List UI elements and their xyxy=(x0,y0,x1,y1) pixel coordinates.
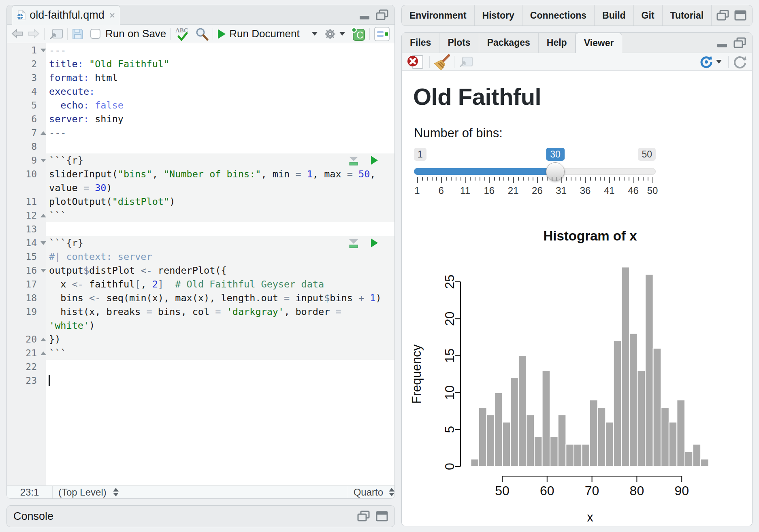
fold-down-icon[interactable] xyxy=(40,43,46,57)
tab-history[interactable]: History xyxy=(475,5,522,26)
code-row[interactable]: 14```{r} xyxy=(7,236,394,250)
code-row[interactable]: 7--- xyxy=(7,126,394,140)
code-row[interactable]: 4execute: xyxy=(7,85,394,98)
restore-pane-icon[interactable] xyxy=(716,10,729,21)
tab-old-faithful[interactable]: old-faithful.qmd xyxy=(12,5,120,25)
viewer-new-window-icon[interactable] xyxy=(458,55,473,68)
code-row[interactable]: 13 xyxy=(7,222,394,236)
stop-viewer-icon[interactable] xyxy=(407,54,425,70)
tab-viewer[interactable]: Viewer xyxy=(576,33,623,53)
run-document-icon[interactable] xyxy=(217,29,226,39)
histogram-bar xyxy=(558,415,566,466)
fold-up-icon[interactable] xyxy=(40,346,46,360)
save-icon[interactable] xyxy=(72,28,84,40)
histogram-bar xyxy=(566,444,574,466)
fold-up-icon[interactable] xyxy=(40,209,46,222)
code-row[interactable]: 8 xyxy=(7,140,394,153)
fold-up-icon[interactable] xyxy=(40,126,46,140)
forward-icon[interactable] xyxy=(27,28,40,40)
tab-environment[interactable]: Environment xyxy=(402,5,475,26)
open-in-new-window-icon[interactable] xyxy=(49,28,63,40)
minimize-pane-icon[interactable] xyxy=(716,38,729,48)
code-row[interactable]: 21``` xyxy=(7,346,394,360)
code-row[interactable]: 9```{r} xyxy=(7,153,394,167)
bins-slider[interactable]: 1 50 30 16111621263136414650 xyxy=(414,146,656,199)
restore-pane-icon[interactable] xyxy=(357,511,370,522)
code-row[interactable]: 6server: shiny xyxy=(7,112,394,126)
close-icon[interactable] xyxy=(109,11,115,19)
line-number: 8 xyxy=(7,140,37,153)
code-row[interactable]: 18 bins <- seq(min(x), max(x), length.ou… xyxy=(7,291,394,305)
scope-selector[interactable]: (Top Level) xyxy=(58,487,107,498)
code-row[interactable]: 19 hist(x, breaks = bins, col = 'darkgra… xyxy=(7,305,394,319)
document-outline-icon[interactable] xyxy=(374,26,390,42)
maximize-pane-icon[interactable] xyxy=(376,9,389,21)
code-row[interactable]: 15#| context: server xyxy=(7,250,394,264)
tab-files[interactable]: Files xyxy=(402,33,439,53)
maximize-pane-icon[interactable] xyxy=(733,37,746,49)
run-chunk-icon[interactable] xyxy=(370,238,378,248)
code-row[interactable]: 2title: "Old Faithful" xyxy=(7,57,394,71)
code-row[interactable]: 5 echo: false xyxy=(7,98,394,112)
tab-packages[interactable]: Packages xyxy=(479,33,539,53)
find-icon[interactable] xyxy=(195,27,209,41)
tab-help[interactable]: Help xyxy=(539,33,576,53)
code-row[interactable]: 20}) xyxy=(7,332,394,346)
plot-ylabel: Frequency xyxy=(409,344,424,404)
histogram-bar xyxy=(487,415,495,466)
run-chunks-above-icon[interactable] xyxy=(348,155,359,166)
run-document-label[interactable]: Run Document xyxy=(229,28,299,40)
spellcheck-icon[interactable]: ABC xyxy=(175,27,192,41)
code-row[interactable]: 1--- xyxy=(7,43,394,57)
slider-bar xyxy=(414,168,555,175)
tab-build[interactable]: Build xyxy=(595,5,634,26)
slider-tick-label: 16 xyxy=(484,185,495,196)
fold-down-icon[interactable] xyxy=(40,153,46,167)
publish-icon[interactable] xyxy=(699,55,714,69)
svg-text:70: 70 xyxy=(585,483,599,498)
publish-dropdown-icon[interactable] xyxy=(716,60,722,64)
clear-viewer-icon[interactable] xyxy=(434,54,450,70)
run-document-dropdown-icon[interactable] xyxy=(312,32,318,36)
gear-dropdown-icon[interactable] xyxy=(339,32,345,36)
refresh-icon[interactable] xyxy=(733,55,747,69)
code-row[interactable]: 'white') xyxy=(7,319,394,332)
gear-icon[interactable] xyxy=(323,27,337,41)
code-editor[interactable]: 1---2title: "Old Faithful"3format: html4… xyxy=(7,43,394,485)
maximize-pane-icon[interactable] xyxy=(734,10,746,21)
code-row[interactable]: 11plotOutput("distPlot") xyxy=(7,195,394,209)
code-row[interactable]: 23 xyxy=(7,374,394,387)
tab-tutorial[interactable]: Tutorial xyxy=(663,5,712,26)
maximize-console-icon[interactable] xyxy=(376,511,388,521)
tab-git[interactable]: Git xyxy=(634,5,663,26)
console-title[interactable]: Console xyxy=(13,510,53,523)
code-row[interactable]: 22 xyxy=(7,360,394,374)
histogram-bar xyxy=(605,422,614,466)
tab-label: old-faithful.qmd xyxy=(30,9,104,21)
code-row[interactable]: 12``` xyxy=(7,209,394,222)
fold-down-icon[interactable] xyxy=(40,236,46,250)
back-icon[interactable] xyxy=(11,28,24,40)
slider-tick-label: 11 xyxy=(460,185,470,196)
slider-tick-label: 31 xyxy=(556,185,567,196)
histogram-bar xyxy=(471,459,479,466)
insert-chunk-icon[interactable]: C xyxy=(351,27,365,41)
code-row[interactable]: 17 x <- faithful[, 2] # Old Faithful Gey… xyxy=(7,277,394,291)
minimize-pane-icon[interactable] xyxy=(359,10,371,20)
line-number: 11 xyxy=(7,195,37,209)
line-number: 14 xyxy=(7,236,37,250)
tab-plots[interactable]: Plots xyxy=(439,33,479,53)
language-mode[interactable]: Quarto xyxy=(354,487,383,498)
code-row[interactable]: 16output$distPlot <- renderPlot({ xyxy=(7,264,394,277)
quarto-file-icon xyxy=(17,9,26,22)
line-number: 13 xyxy=(7,222,37,236)
run-chunks-above-icon[interactable] xyxy=(348,238,359,248)
code-row[interactable]: value = 30) xyxy=(7,181,394,195)
fold-down-icon[interactable] xyxy=(40,264,46,277)
run-on-save-checkbox[interactable] xyxy=(90,29,100,39)
code-row[interactable]: 3format: html xyxy=(7,71,394,85)
tab-connections[interactable]: Connections xyxy=(522,5,595,26)
fold-up-icon[interactable] xyxy=(40,332,46,346)
code-row[interactable]: 10sliderInput("bins", "Number of bins:",… xyxy=(7,167,394,181)
run-chunk-icon[interactable] xyxy=(370,155,378,165)
